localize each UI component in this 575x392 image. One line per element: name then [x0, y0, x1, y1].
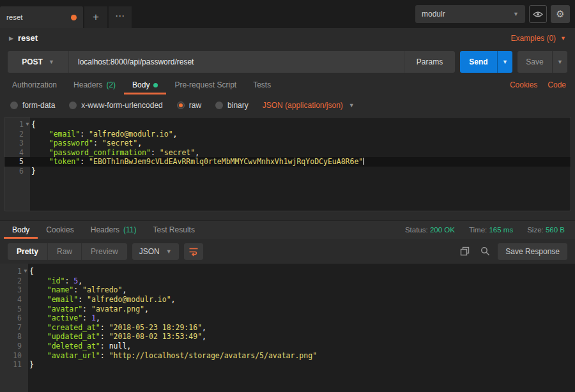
response-meta: Status: 200 OK Time: 165 ms Size: 560 B [405, 221, 571, 239]
response-tab-test-results[interactable]: Test Results [145, 221, 203, 239]
request-header: ▶ reset Examples (0) ▼ [0, 28, 575, 48]
tab-strip: reset + ⋯ [0, 0, 132, 28]
tab-pre-request-script[interactable]: Pre-request Script [166, 75, 245, 94]
cookies-link[interactable]: Cookies [505, 75, 542, 94]
code-line[interactable]: 3 "password": "secret", [4, 139, 571, 148]
response-toolbar: Pretty Raw Preview JSON ▼ [0, 239, 575, 264]
environment-selector[interactable]: modulr ▼ [415, 5, 525, 23]
eye-icon [533, 11, 543, 18]
copy-response-button[interactable] [457, 244, 472, 259]
view-mode-pretty[interactable]: Pretty [8, 243, 48, 260]
line-number: 7 [0, 323, 22, 333]
code-line[interactable]: 3 "name": "alfredo", [0, 285, 575, 295]
radio-label: raw [189, 101, 201, 110]
tab-label: Headers [91, 225, 119, 234]
code-link[interactable]: Code [542, 75, 571, 94]
word-wrap-icon [188, 246, 199, 257]
line-number: 5 [0, 305, 22, 314]
tab-authorization[interactable]: Authorization [4, 75, 65, 94]
radio-icon [215, 102, 223, 109]
send-options-button[interactable]: ▼ [497, 51, 512, 73]
line-number: 6 [4, 167, 24, 176]
new-tab-button[interactable]: + [84, 6, 107, 28]
wrap-lines-button[interactable] [184, 243, 203, 260]
code-text: "updated_at": "2018-08-02 13:53:49", [29, 332, 575, 342]
body-type-form-data[interactable]: form-data [10, 101, 55, 110]
code-text: { [29, 267, 575, 276]
line-number: 2 [4, 130, 24, 139]
url-bar: POST ▼ localhost:8000/api/password/reset… [8, 51, 455, 73]
code-line[interactable]: 11} [0, 360, 575, 370]
tab-headers[interactable]: Headers (2) [65, 75, 124, 94]
response-tab-body[interactable]: Body [4, 221, 38, 239]
tab-options-button[interactable]: ⋯ [109, 6, 132, 28]
request-tab-reset[interactable]: reset [0, 6, 83, 28]
code-line[interactable]: 2 "id": 5, [0, 276, 575, 286]
view-mode-preview[interactable]: Preview [82, 243, 127, 260]
send-button[interactable]: Send [460, 51, 497, 73]
size-value: 560 B [546, 226, 565, 234]
response-body-editor[interactable]: 1▼{2 "id": 5,3 "name": "alfredo",4 "emai… [0, 264, 575, 392]
examples-dropdown[interactable]: Examples (0) ▼ [510, 34, 566, 43]
code-text: "id": 5, [29, 276, 575, 286]
body-type-raw[interactable]: raw [177, 101, 201, 110]
line-number: 5 [4, 157, 24, 167]
method-selector[interactable]: POST ▼ [8, 51, 69, 73]
radio-icon [69, 102, 77, 109]
save-response-button[interactable]: Save Response [498, 243, 567, 260]
fold-caret-icon[interactable]: ▼ [24, 120, 31, 130]
fold-gutter [22, 295, 29, 305]
tab-body[interactable]: Body [124, 75, 166, 94]
code-line[interactable]: 9 "deleted_at": null, [0, 342, 575, 351]
top-bar: reset + ⋯ modulr ▼ ⚙ [0, 0, 575, 28]
code-line[interactable]: 1▼{ [0, 267, 575, 276]
examples-label: Examples (0) [510, 34, 556, 43]
environment-quick-look-button[interactable] [529, 5, 547, 23]
fold-caret-icon[interactable]: ▼ [22, 267, 29, 276]
ellipsis-icon: ⋯ [115, 10, 125, 22]
body-type-binary[interactable]: binary [215, 101, 249, 110]
response-tab-headers[interactable]: Headers (11) [82, 221, 145, 239]
body-type-urlencoded[interactable]: x-www-form-urlencoded [69, 101, 162, 110]
url-input[interactable]: localhost:8000/api/password/reset [69, 51, 404, 73]
fold-gutter [24, 167, 31, 176]
line-number: 11 [0, 360, 22, 370]
response-format-selector[interactable]: JSON ▼ [132, 243, 179, 260]
line-number: 1 [4, 120, 24, 130]
line-number: 3 [4, 139, 24, 148]
line-number: 1 [0, 267, 22, 276]
code-line[interactable]: 6} [4, 167, 571, 176]
text-cursor [363, 158, 364, 165]
save-button[interactable]: Save [518, 51, 552, 73]
code-line[interactable]: 5 "avatar": "avatar.png", [0, 305, 575, 314]
body-present-dot [153, 83, 158, 87]
code-line[interactable]: 1▼{ [4, 120, 571, 130]
search-response-button[interactable] [477, 244, 493, 259]
tab-label: Body [12, 225, 29, 234]
settings-button[interactable]: ⚙ [551, 5, 570, 23]
response-tab-cookies[interactable]: Cookies [38, 221, 82, 239]
code-line[interactable]: 4 "password_confirmation": "secret", [4, 148, 571, 158]
save-options-button[interactable]: ▼ [552, 51, 567, 73]
tab-tests[interactable]: Tests [245, 75, 279, 94]
code-line[interactable]: 6 "active": 1, [0, 313, 575, 323]
request-body-editor[interactable]: 1▼{2 "email": "alfredo@modulr.io",3 "pas… [4, 117, 571, 211]
tab-label: Body [132, 80, 150, 89]
code-line[interactable]: 8 "updated_at": "2018-08-02 13:53:49", [0, 332, 575, 342]
body-type-row: form-data x-www-form-urlencoded raw bina… [0, 94, 575, 116]
code-line[interactable]: 10 "avatar_url": "http://localhost/stora… [0, 351, 575, 361]
content-type-selector[interactable]: JSON (application/json) ▼ [263, 101, 355, 110]
radio-selected-icon [177, 102, 185, 109]
tab-label: Cookies [46, 225, 73, 234]
code-line[interactable]: 4 "email": "alfredo@modulr.io", [0, 295, 575, 305]
code-line[interactable]: 2 "email": "alfredo@modulr.io", [4, 130, 571, 139]
code-line[interactable]: 7 "created_at": "2018-05-23 18:29:16", [0, 323, 575, 333]
params-button[interactable]: Params [404, 51, 455, 73]
triangle-right-icon[interactable]: ▶ [9, 35, 13, 41]
fold-gutter [24, 130, 31, 139]
code-line[interactable]: 5 "token": "EBOTh1nBwJem9cVLdEAvRRmlq0rt… [4, 157, 571, 167]
fold-gutter [24, 148, 31, 158]
topbar-right: modulr ▼ ⚙ [415, 5, 570, 23]
tab-label: Pre-request Script [174, 80, 236, 89]
view-mode-raw[interactable]: Raw [48, 243, 82, 260]
